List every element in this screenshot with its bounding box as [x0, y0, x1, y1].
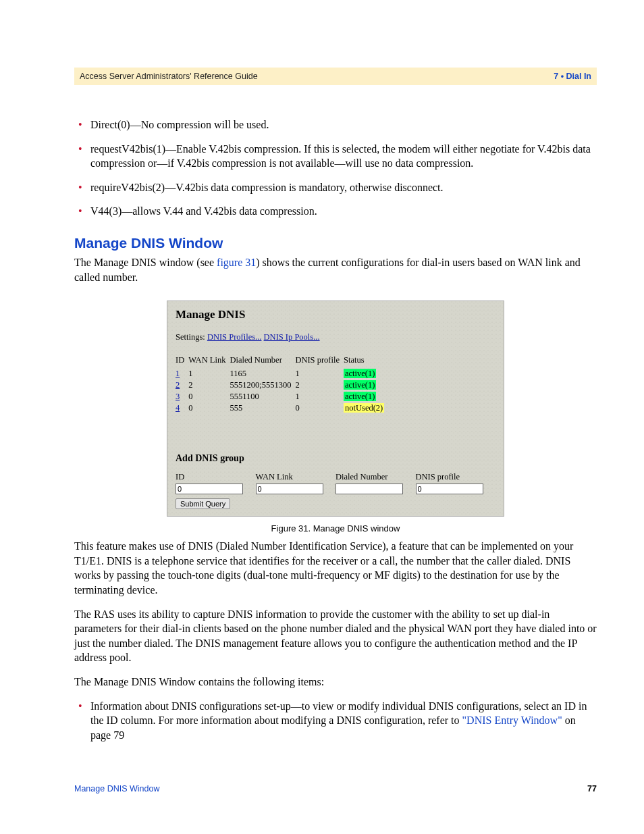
add-col-profile: DNIS profile [416, 472, 496, 484]
col-status: Status [344, 355, 388, 368]
col-id: ID [176, 355, 188, 368]
add-group-table: ID WAN Link Dialed Number DNIS profile [176, 472, 495, 494]
row-profile: 2 [295, 380, 344, 391]
dialed-input[interactable] [336, 484, 403, 494]
row-id-link[interactable]: 1 [176, 369, 180, 378]
table-row: 3 0 5551100 1 active(1) [176, 391, 388, 402]
dnis-table: ID WAN Link Dialed Number DNIS profile S… [176, 355, 388, 414]
row-dialed: 5551200;5551300 [230, 380, 295, 391]
page-footer: Manage DNIS Window 77 [74, 784, 597, 793]
row-wan: 0 [188, 391, 230, 402]
manage-dnis-screenshot: Manage DNIS Settings: DNIS Profiles... D… [167, 301, 504, 517]
row-dialed: 555 [230, 402, 295, 414]
row-wan: 1 [188, 368, 230, 380]
page-number: 77 [587, 784, 597, 793]
add-col-id: ID [176, 472, 256, 484]
figure-ref-link[interactable]: figure 31 [217, 257, 256, 268]
status-badge: active(1) [344, 369, 376, 378]
row-profile: 1 [295, 368, 344, 380]
table-row: 2 2 5551200;5551300 2 active(1) [176, 380, 388, 391]
col-wan: WAN Link [188, 355, 230, 368]
profile-input[interactable] [416, 484, 483, 494]
submit-query-button[interactable]: Submit Query [176, 498, 230, 509]
add-col-wan: WAN Link [256, 472, 336, 484]
page-header: Access Server Administrators' Reference … [74, 68, 597, 85]
table-row: 4 0 555 0 notUsed(2) [176, 402, 388, 414]
settings-label: Settings: [176, 332, 205, 342]
footer-section-name: Manage DNIS Window [74, 784, 159, 793]
add-col-dialed: Dialed Number [336, 472, 416, 484]
row-wan: 2 [188, 380, 230, 391]
list-item: Information about DNIS configurations se… [74, 699, 597, 743]
col-profile: DNIS profile [295, 355, 344, 368]
intro-text-pre: The Manage DNIS window (see [74, 257, 217, 268]
list-item: V44(3)—allows V.44 and V.42bis data comp… [74, 204, 597, 219]
col-dialed: Dialed Number [230, 355, 295, 368]
table-header-row: ID WAN Link Dialed Number DNIS profile S… [176, 355, 388, 368]
list-item: Direct(0)—No compression will be used. [74, 118, 597, 132]
add-group-heading: Add DNIS group [176, 453, 495, 464]
doc-title: Access Server Administrators' Reference … [80, 72, 258, 81]
wan-input[interactable] [256, 484, 323, 494]
row-id-link[interactable]: 3 [176, 392, 180, 401]
row-dialed: 5551100 [230, 391, 295, 402]
page: Access Server Administrators' Reference … [0, 0, 644, 834]
list-item: requireV42bis(2)—V.42bis data compressio… [74, 180, 597, 195]
status-badge: active(1) [344, 392, 376, 401]
intro-paragraph: The Manage DNIS window (see figure 31) s… [74, 255, 597, 284]
paragraph: The Manage DNIS Window contains the foll… [74, 675, 597, 689]
chapter-label: 7 • Dial In [554, 72, 591, 81]
status-badge: active(1) [344, 380, 376, 390]
row-wan: 0 [188, 402, 230, 414]
dnis-profiles-link[interactable]: DNIS Profiles... [207, 332, 262, 342]
bottom-list: Information about DNIS configurations se… [74, 699, 597, 743]
settings-row: Settings: DNIS Profiles... DNIS Ip Pools… [176, 332, 495, 342]
list-item: requestV42bis(1)—Enable V.42bis compress… [74, 142, 597, 171]
section-heading: Manage DNIS Window [74, 235, 597, 251]
row-profile: 1 [295, 391, 344, 402]
table-row: 1 1 1165 1 active(1) [176, 368, 388, 380]
paragraph: This feature makes use of DNIS (Dialed N… [74, 539, 597, 597]
figure-container: Manage DNIS Settings: DNIS Profiles... D… [74, 301, 597, 533]
row-id-link[interactable]: 4 [176, 403, 180, 413]
dnis-entry-window-link[interactable]: "DNIS Entry Window" [462, 714, 562, 726]
paragraph: The RAS uses its ability to capture DNIS… [74, 607, 597, 665]
compression-options-list: Direct(0)—No compression will be used. r… [74, 118, 597, 219]
figure-title: Manage DNIS [176, 308, 495, 321]
row-profile: 0 [295, 402, 344, 414]
status-badge: notUsed(2) [344, 403, 384, 413]
row-id-link[interactable]: 2 [176, 380, 180, 390]
figure-caption: Figure 31. Manage DNIS window [74, 523, 597, 533]
row-dialed: 1165 [230, 368, 295, 380]
id-input[interactable] [176, 484, 243, 494]
dnis-ip-pools-link[interactable]: DNIS Ip Pools... [264, 332, 320, 342]
